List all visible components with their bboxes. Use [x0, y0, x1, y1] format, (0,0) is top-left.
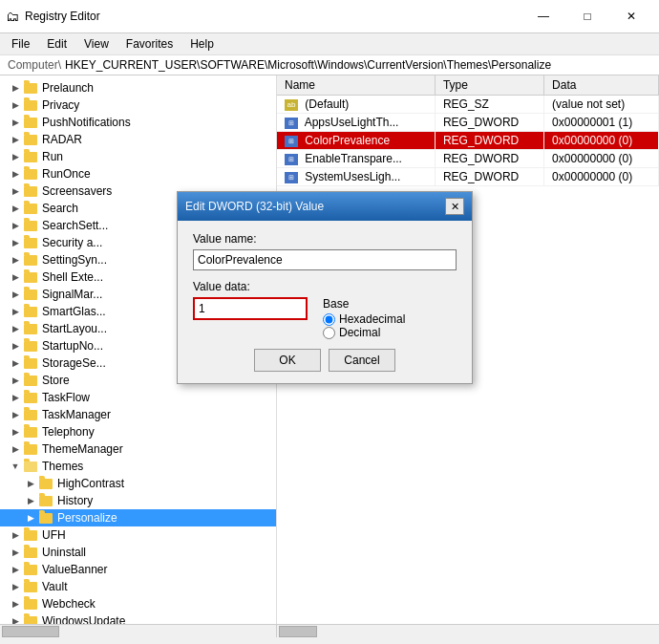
- expand-icon: ▶: [8, 407, 23, 422]
- folder-icon: [23, 80, 38, 96]
- folder-icon: [23, 252, 38, 268]
- base-label: Base: [323, 297, 405, 311]
- tree-item-ufh[interactable]: ▶ UFH: [0, 526, 276, 544]
- horizontal-scrollbar[interactable]: [0, 624, 659, 637]
- folder-icon: [23, 613, 38, 624]
- cancel-button[interactable]: Cancel: [329, 349, 395, 372]
- table-row[interactable]: ab (Default) REG_SZ (value not set): [277, 96, 659, 114]
- hex-radio[interactable]: [323, 313, 335, 326]
- col-data: Data: [544, 75, 659, 96]
- folder-icon: [23, 424, 38, 440]
- maximize-button[interactable]: □: [565, 4, 609, 29]
- menu-file[interactable]: File: [4, 35, 37, 53]
- tree-label: Themes: [40, 460, 83, 473]
- tree-label: Search: [40, 202, 78, 215]
- menu-view[interactable]: View: [76, 35, 117, 53]
- expand-icon: ▶: [23, 493, 38, 508]
- cell-data: (value not set): [544, 96, 659, 114]
- tree-item-telephony[interactable]: ▶ Telephony: [0, 423, 276, 440]
- tree-label: Personalize: [55, 511, 117, 525]
- tree-item-run[interactable]: ▶ Run: [0, 148, 276, 165]
- tree-item-runonce[interactable]: ▶ RunOnce: [0, 165, 276, 182]
- value-data-label: Value data:: [193, 280, 457, 293]
- tree-item-highcontrast[interactable]: ▶ HighContrast: [0, 475, 276, 492]
- tree-item-prelaunch[interactable]: ▶ Prelaunch: [0, 79, 276, 97]
- menu-bar: File Edit View Favorites Help: [0, 33, 659, 55]
- cell-name: ⊞ ColorPrevalence: [277, 132, 435, 150]
- folder-icon: [23, 321, 38, 336]
- tree-item-valuebanner[interactable]: ▶ ValueBanner: [0, 561, 276, 578]
- value-data-input[interactable]: [193, 297, 308, 320]
- tree-item-pushnotifications[interactable]: ▶ PushNotifications: [0, 114, 276, 131]
- dec-label: Decimal: [339, 326, 380, 339]
- close-button[interactable]: ✕: [609, 4, 653, 29]
- tree-label: Shell Exte...: [40, 270, 103, 284]
- folder-icon: [23, 149, 38, 164]
- reg-dword-icon: ⊞: [285, 172, 298, 183]
- folder-icon: [23, 441, 38, 457]
- reg-sz-icon: ab: [285, 99, 298, 111]
- table-row[interactable]: ⊞ AppsUseLightTh... REG_DWORD 0x00000001…: [277, 114, 659, 132]
- table-row[interactable]: ⊞ EnableTranspare... REG_DWORD 0x0000000…: [277, 150, 659, 168]
- cell-name: ⊞ SystemUsesLigh...: [277, 168, 435, 186]
- tree-label: Run: [40, 150, 63, 163]
- tree-item-windowsupdate[interactable]: ▶ WindowsUpdate: [0, 612, 276, 624]
- tree-label: HighContrast: [55, 477, 124, 490]
- tree-item-webcheck[interactable]: ▶ Webcheck: [0, 595, 276, 612]
- value-name-input[interactable]: [193, 249, 457, 270]
- expand-icon: ▶: [8, 441, 23, 457]
- dec-radio[interactable]: [323, 327, 335, 339]
- tree-item-thememanager[interactable]: ▶ ThemeManager: [0, 440, 276, 458]
- window-title: Registry Editor: [25, 10, 516, 23]
- minimize-button[interactable]: —: [521, 4, 565, 29]
- menu-help[interactable]: Help: [182, 35, 222, 53]
- dialog-title-bar: Edit DWORD (32-bit) Value ✕: [178, 192, 472, 221]
- tree-label: Prelaunch: [40, 81, 94, 95]
- cell-data: 0x00000000 (0): [544, 132, 659, 150]
- menu-favorites[interactable]: Favorites: [118, 35, 181, 53]
- radio-decimal[interactable]: Decimal: [323, 326, 405, 339]
- tree-label: Vault: [40, 580, 67, 593]
- expand-icon: ▶: [8, 287, 23, 302]
- folder-icon: [23, 218, 38, 233]
- cell-name: ⊞ AppsUseLightTh...: [277, 114, 435, 132]
- ok-button[interactable]: OK: [254, 349, 321, 372]
- folder-icon: [23, 579, 38, 594]
- tree-item-personalize[interactable]: ▶ Personalize: [0, 509, 276, 526]
- tree-label: Uninstall: [40, 546, 86, 559]
- dialog-body: Value name: Value data: Base Hexadecimal…: [178, 221, 472, 383]
- expand-icon: ▶: [8, 390, 23, 405]
- tree-item-radar[interactable]: ▶ RADAR: [0, 131, 276, 148]
- sidebar-scrollbar[interactable]: [0, 625, 277, 637]
- dialog-buttons: OK Cancel: [193, 349, 457, 372]
- edit-dword-dialog[interactable]: Edit DWORD (32-bit) Value ✕ Value name: …: [177, 191, 473, 384]
- table-row[interactable]: ⊞ ColorPrevalence REG_DWORD 0x00000000 (…: [277, 132, 659, 150]
- tree-label: SearchSett...: [40, 219, 108, 232]
- expand-icon: ▶: [23, 510, 38, 526]
- tree-item-uninstall[interactable]: ▶ Uninstall: [0, 544, 276, 561]
- expand-icon: ▶: [23, 476, 38, 491]
- tree-item-privacy[interactable]: ▶ Privacy: [0, 97, 276, 114]
- table-row[interactable]: ⊞ SystemUsesLigh... REG_DWORD 0x00000000…: [277, 168, 659, 186]
- folder-icon: [23, 545, 38, 560]
- radio-hexadecimal[interactable]: Hexadecimal: [323, 312, 405, 326]
- cell-type: REG_DWORD: [435, 114, 543, 132]
- expand-icon: ▶: [8, 269, 23, 285]
- content-scrollbar[interactable]: [277, 625, 659, 637]
- reg-dword-icon: ⊞: [285, 118, 298, 129]
- base-group: Base Hexadecimal Decimal: [323, 297, 405, 339]
- cell-name: ab (Default): [277, 96, 435, 114]
- tree-item-themes[interactable]: ▼ Themes: [0, 458, 276, 475]
- expand-icon: ▶: [8, 355, 23, 371]
- tree-item-taskflow[interactable]: ▶ TaskFlow: [0, 389, 276, 406]
- tree-item-history[interactable]: ▶ History: [0, 492, 276, 509]
- reg-dword-icon: ⊞: [285, 136, 298, 147]
- expand-icon: ▼: [8, 459, 23, 474]
- tree-item-vault[interactable]: ▶ Vault: [0, 578, 276, 595]
- address-bar: Computer\ HKEY_CURRENT_USER\SOFTWARE\Mic…: [0, 55, 659, 75]
- address-path: HKEY_CURRENT_USER\SOFTWARE\Microsoft\Win…: [65, 58, 551, 72]
- tree-item-taskmanager[interactable]: ▶ TaskManager: [0, 406, 276, 423]
- tree-label: StartupNo...: [40, 339, 103, 353]
- menu-edit[interactable]: Edit: [39, 35, 74, 53]
- dialog-close-button[interactable]: ✕: [445, 198, 464, 215]
